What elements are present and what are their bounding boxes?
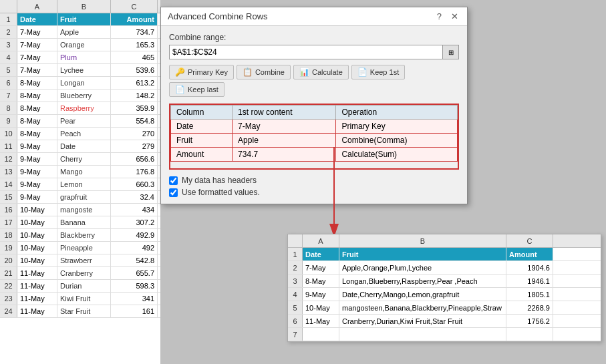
row-num: 6 bbox=[0, 77, 17, 89]
cell-date: 10-May bbox=[17, 216, 57, 228]
col-first-row: Apple bbox=[233, 134, 336, 148]
toolbar-btn-keep-1st[interactable]: 📄Keep 1st bbox=[351, 65, 405, 79]
cell-1-c: Amount bbox=[111, 13, 158, 25]
toolbar-btn-label: Keep last bbox=[188, 85, 218, 94]
cell-1-a: Date bbox=[17, 13, 57, 25]
cell-fruit: Star Fruit bbox=[57, 305, 111, 317]
table-row[interactable]: Amount 734.7 Calculate(Sum) bbox=[171, 148, 458, 162]
toolbar-btn-keep-last[interactable]: 📄Keep last bbox=[169, 82, 224, 97]
toolbar-btn-primary-key[interactable]: 🔑Primary Key bbox=[169, 65, 234, 79]
result-corner bbox=[288, 234, 303, 247]
cell-date: 11-May bbox=[17, 293, 57, 305]
checkbox-label-1[interactable]: Use formatted values. bbox=[169, 188, 459, 197]
close-button[interactable]: ✕ bbox=[449, 11, 460, 21]
result-rows: 1 Date Fruit Amount 2 7-May Apple,Orange… bbox=[288, 248, 601, 341]
cell-fruit: Cranberry bbox=[57, 267, 111, 279]
result-col-a: A bbox=[303, 234, 339, 247]
col-header-c: C bbox=[111, 0, 158, 13]
res-cell-fruit: mangosteen,Banana,Blackberry,Pineapple,S… bbox=[339, 301, 506, 314]
cell-date: 10-May bbox=[17, 254, 57, 266]
res-cell-fruit: Date,Cherry,Mango,Lemon,grapfruit bbox=[339, 288, 506, 301]
table-row: 14 9-May Lemon 660.3 bbox=[0, 178, 160, 191]
result-table-row: 5 10-May mangosteen,Banana,Blackberry,Pi… bbox=[288, 301, 601, 315]
range-input[interactable] bbox=[169, 45, 443, 59]
cell-amount: 176.8 bbox=[111, 166, 158, 178]
cell-amount: 656.6 bbox=[111, 153, 158, 165]
row-num: 18 bbox=[0, 229, 17, 241]
cell-amount: 359.9 bbox=[111, 102, 158, 114]
cell-date: 9-May bbox=[17, 140, 57, 152]
table-row: 7 8-May Blueberry 148.2 bbox=[0, 89, 160, 102]
res-row-num: 3 bbox=[288, 275, 303, 287]
res-cell-date: 10-May bbox=[303, 301, 339, 314]
col-column: Fruit bbox=[171, 134, 233, 148]
toolbar-icon: 🔑 bbox=[175, 67, 185, 77]
table-row: 9 8-May Pear 554.8 bbox=[0, 115, 160, 128]
result-empty-row: 7 bbox=[288, 328, 601, 341]
cell-fruit: Peach bbox=[57, 128, 111, 140]
cell-amount: 655.7 bbox=[111, 267, 158, 279]
column-headers: A B C bbox=[0, 0, 160, 13]
cell-fruit: Apple bbox=[57, 26, 111, 38]
table-row: 19 10-May Pineapple 492 bbox=[0, 242, 160, 254]
toolbar-btn-label: Keep 1st bbox=[370, 68, 399, 76]
checkboxes: My data has headersUse formatted values. bbox=[169, 176, 459, 197]
toolbar-btn-label: Calculate bbox=[312, 68, 343, 76]
checkbox-0[interactable] bbox=[169, 176, 178, 185]
cell-date: 8-May bbox=[17, 128, 57, 140]
col-first-row: 734.7 bbox=[233, 148, 336, 162]
col-column: Amount bbox=[171, 148, 233, 162]
row-num: 11 bbox=[0, 140, 17, 152]
toolbar-icon: 📋 bbox=[243, 67, 253, 77]
row-num: 9 bbox=[0, 115, 17, 127]
res-row-num: 4 bbox=[288, 288, 303, 301]
toolbar-btn-combine[interactable]: 📋Combine bbox=[237, 65, 291, 79]
help-button[interactable]: ? bbox=[435, 11, 444, 21]
cell-amount: 270 bbox=[111, 128, 158, 140]
table-row: 16 10-May mangoste 434 bbox=[0, 204, 160, 216]
row-num: 21 bbox=[0, 267, 17, 279]
table-row: 3 7-May Orange 165.3 bbox=[0, 39, 160, 51]
cell-fruit: Cherry bbox=[57, 153, 111, 165]
cell-fruit: Orange bbox=[57, 39, 111, 51]
cell-date: 11-May bbox=[17, 305, 57, 317]
res-cell-1-c: Amount bbox=[506, 248, 553, 260]
cell-amount: 492.9 bbox=[111, 229, 158, 241]
table-row: 18 10-May Blackberry 492.9 bbox=[0, 229, 160, 242]
cell-amount: 554.8 bbox=[111, 115, 158, 127]
corner-cell bbox=[0, 0, 17, 13]
table-row: 2 7-May Apple 734.7 bbox=[0, 26, 160, 39]
checkbox-text-1: Use formatted values. bbox=[182, 188, 260, 197]
res-row-num: 7 bbox=[288, 328, 303, 341]
sheet-header-data-row: 1 Date Fruit Amount bbox=[0, 13, 160, 26]
res-row-num: 1 bbox=[288, 248, 303, 260]
col-column: Date bbox=[171, 120, 233, 134]
col-header-column: Column bbox=[171, 106, 233, 120]
toolbar-btn-label: Primary Key bbox=[188, 68, 228, 76]
table-row[interactable]: Fruit Apple Combine(Comma) bbox=[171, 134, 458, 148]
row-num: 4 bbox=[0, 51, 17, 63]
result-col-headers: A B C bbox=[288, 234, 601, 248]
range-picker-button[interactable]: ⊞ bbox=[443, 45, 459, 59]
cell-1-b: Fruit bbox=[57, 13, 111, 25]
res-cell-amount: 1756.2 bbox=[506, 315, 553, 327]
cell-amount: 660.3 bbox=[111, 178, 158, 190]
table-row[interactable]: Date 7-May Primary Key bbox=[171, 120, 458, 134]
toolbar-btn-calculate[interactable]: 📊Calculate bbox=[293, 65, 349, 79]
cell-date: 10-May bbox=[17, 242, 57, 254]
checkbox-label-0[interactable]: My data has headers bbox=[169, 176, 459, 185]
cell-amount: 492 bbox=[111, 242, 158, 254]
result-table-row: 6 11-May Cranberry,Durian,Kiwi Fruit,Sta… bbox=[288, 315, 601, 328]
col-operation: Primary Key bbox=[336, 120, 458, 134]
res-cell-1-b: Fruit bbox=[339, 248, 506, 260]
cell-date: 7-May bbox=[17, 51, 57, 63]
checkbox-1[interactable] bbox=[169, 188, 178, 197]
col-operation: Calculate(Sum) bbox=[336, 148, 458, 162]
cell-fruit: Kiwi Fruit bbox=[57, 293, 111, 305]
column-table: Column 1st row content Operation Date 7-… bbox=[170, 105, 458, 162]
res-row-num: 2 bbox=[288, 261, 303, 274]
toolbar-icon: 📄 bbox=[175, 85, 185, 94]
combine-rows-dialog: Advanced Combine Rows ? ✕ Combine range:… bbox=[160, 7, 468, 204]
res-row-num: 5 bbox=[288, 301, 303, 314]
table-row: 21 11-May Cranberry 655.7 bbox=[0, 267, 160, 280]
